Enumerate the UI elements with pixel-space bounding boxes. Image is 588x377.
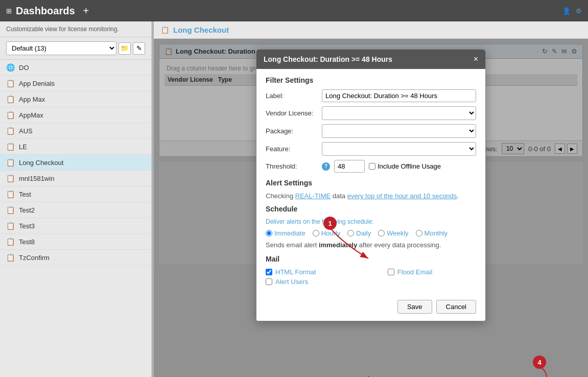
alert-users-label[interactable]: Alert Users [275,278,308,286]
package-select[interactable] [322,124,476,138]
filter-settings-section: Filter Settings Label: Vendor License: P [266,76,476,173]
radio-monthly-input[interactable] [416,230,422,237]
flood-email-checkbox[interactable] [388,269,394,275]
save-button[interactable]: Save [397,300,432,314]
alert-users-checkbox[interactable] [266,278,272,285]
radio-daily-input[interactable] [347,230,354,237]
sidebar-edit-btn[interactable]: ✎ [133,42,145,55]
sidebar-item-aus[interactable]: 📋AUS [0,123,151,139]
sidebar-item-app-denials[interactable]: 📋App Denials [0,76,151,91]
alert-text-middle: data [331,192,347,200]
radio-immediate[interactable]: Immediate [266,229,305,237]
sidebar: Customizable view for license monitoring… [0,21,152,377]
alert-text-prefix: Checking [266,192,295,200]
sidebar-item-label: Test2 [19,206,35,214]
sidebar-items: 🌐DO📋App Denials📋App Max📋AppMax📋AUS📋LE📋Lo… [0,60,151,377]
radio-immediate-label[interactable]: Immediate [274,229,305,237]
schedule-title: Schedule [266,205,476,213]
schedule-link[interactable]: every top of the hour and 10 seconds [347,192,457,200]
app-header: ⊞ Dashboards + 👤 ⚙ [0,0,588,21]
radio-weekly-input[interactable] [378,230,385,237]
radio-daily[interactable]: Daily [347,229,371,237]
threshold-input[interactable] [334,160,365,173]
widget-area: 📋 Long Checkout: Duration >= 48 Hours ↻ … [154,39,588,377]
radio-monthly[interactable]: Monthly [416,229,448,237]
sidebar-item-label: TzConfirm [19,254,50,262]
dashboard-select[interactable]: Default (13) [6,41,116,55]
modal-body: Filter Settings Label: Vendor License: P [256,69,485,295]
feature-row: Feature: [266,142,476,156]
alert-text-suffix: . [457,192,459,200]
sidebar-item-appmax[interactable]: 📋AppMax [0,107,151,123]
sidebar-item-label: Test3 [19,222,35,230]
modal: Long Checkout: Duration >= 48 Hours × Fi… [256,49,486,321]
package-label: Package: [266,127,322,135]
schedule-note-suffix: after every data processing. [357,241,441,249]
vendor-license-select[interactable] [322,106,476,120]
sidebar-item-test3[interactable]: 📋Test3 [0,218,151,234]
mail-right: Flood Email [388,268,433,288]
sidebar-folder-btn[interactable]: 📁 [119,42,131,55]
sidebar-item-icon: 🌐 [6,63,15,72]
modal-close-button[interactable]: × [474,55,478,64]
main-layout: Customizable view for license monitoring… [0,21,588,377]
sidebar-item-test8[interactable]: 📋Test8 [0,234,151,250]
sidebar-item-icon: 📋 [6,253,15,262]
sidebar-item-do[interactable]: 🌐DO [0,60,151,76]
sidebar-item-label: Test8 [19,238,35,246]
label-row: Label: [266,89,476,102]
content-header-title: Long Checkout [173,26,229,34]
threshold-label: Threshold: [266,162,322,170]
sidebar-item-label: App Max [19,96,45,103]
sidebar-item-app-max[interactable]: 📋App Max [0,91,151,107]
mail-section-title: Mail [266,255,476,263]
sidebar-item-test2[interactable]: 📋Test2 [0,202,151,218]
sidebar-item-icon: 📋 [6,206,15,214]
include-offline-label[interactable]: Include Offline Usage [378,162,441,170]
radio-immediate-input[interactable] [266,230,272,237]
cancel-button[interactable]: Cancel [436,300,476,314]
include-offline-checkbox[interactable] [369,163,375,170]
sidebar-item-icon: 📋 [6,95,15,103]
radio-weekly[interactable]: Weekly [378,229,408,237]
sidebar-item-tzconfirm[interactable]: 📋TzConfirm [0,250,151,266]
sidebar-item-icon: 📋 [6,79,15,87]
radio-hourly-input[interactable] [313,230,319,237]
include-offline-checkbox-row: Include Offline Usage [369,162,441,170]
realtime-link[interactable]: REAL-TIME [295,192,331,200]
feature-select[interactable] [322,142,476,156]
sidebar-item-label: AppMax [19,111,43,119]
html-format-label[interactable]: HTML Format [275,268,316,276]
html-format-checkbox[interactable] [266,269,272,275]
sidebar-item-icon: 📋 [6,238,15,246]
sidebar-item-le[interactable]: 📋LE [0,139,151,155]
sidebar-item-icon: 📋 [6,143,15,151]
sidebar-dropdown-row: Default (13) 📁 ✎ [0,37,151,60]
radio-weekly-label[interactable]: Weekly [387,229,408,237]
feature-label: Feature: [266,145,322,153]
alert-users-row: Alert Users [266,278,316,286]
flood-email-row: Flood Email [388,268,433,276]
mail-row: HTML Format Alert Users [266,268,476,288]
sidebar-item-long-checkout[interactable]: 📋Long Checkout [0,155,151,171]
dashboard-icon: ⊞ [6,7,12,15]
label-field-input[interactable] [322,89,476,102]
radio-hourly-label[interactable]: Hourly [321,229,341,237]
schedule-section: Schedule Deliver alerts on the following… [266,205,476,249]
radio-monthly-label[interactable]: Monthly [425,229,448,237]
sidebar-item-mnl1581win[interactable]: 📋mnl1581win [0,171,151,186]
filter-settings-title: Filter Settings [266,76,476,84]
flood-email-label[interactable]: Flood Email [397,268,433,276]
settings-icon[interactable]: ⚙ [576,7,582,15]
sidebar-item-icon: 📋 [6,111,15,119]
radio-hourly[interactable]: Hourly [313,229,341,237]
add-dashboard-button[interactable]: + [83,5,89,17]
sidebar-item-label: Long Checkout [19,159,63,167]
alert-settings-section: Alert Settings Checking REAL-TIME data e… [266,179,476,200]
schedule-note-prefix: Sends email alert [266,241,319,249]
threshold-help-icon[interactable]: ? [322,162,330,171]
label-field-label: Label: [266,92,322,100]
sidebar-item-test[interactable]: 📋Test [0,186,151,202]
user-icon[interactable]: 👤 [562,7,571,15]
radio-daily-label[interactable]: Daily [356,229,371,237]
